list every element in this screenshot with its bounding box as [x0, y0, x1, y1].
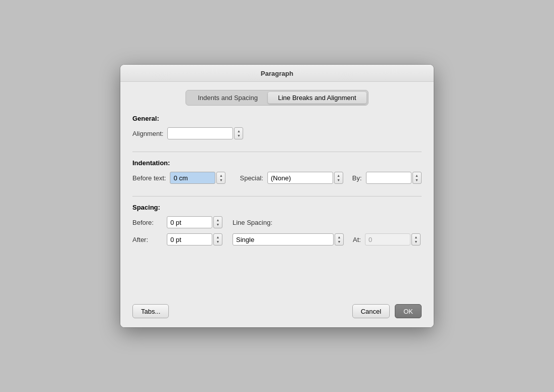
alignment-stepper-wrap: ▲ ▼ — [167, 127, 243, 139]
at-label: At: — [353, 236, 361, 243]
spacing-section: Spacing: Before: ▲ ▼ Line Spacing: After… — [132, 204, 422, 251]
general-label: General: — [132, 115, 422, 122]
footer-right: Cancel OK — [352, 304, 422, 318]
line-spacing-stepper[interactable]: ▲ ▼ — [335, 233, 344, 246]
before-input[interactable] — [167, 216, 212, 228]
at-stepper[interactable]: ▲ ▼ — [411, 233, 421, 246]
after-row: After: ▲ ▼ ▲ ▼ At: — [132, 233, 422, 246]
line-spacing-label: Line Spacing: — [233, 219, 272, 226]
tab-line-breaks-alignment[interactable]: Line Breaks and Alignment — [268, 92, 366, 104]
tabs-button[interactable]: Tabs... — [132, 304, 169, 318]
before-text-label: Before text: — [132, 174, 166, 182]
indentation-label: Indentation: — [132, 159, 422, 167]
before-text-stepper[interactable]: ▲ ▼ — [216, 172, 225, 184]
indentation-section: Indentation: Before text: ▲ ▼ Special: ▲… — [132, 159, 422, 189]
at-stepper-wrap: ▲ ▼ — [365, 233, 421, 246]
before-row: Before: ▲ ▼ Line Spacing: — [132, 216, 422, 228]
after-stepper-wrap: ▲ ▼ — [167, 233, 222, 246]
after-stepper[interactable]: ▲ ▼ — [213, 233, 222, 246]
dialog-title: Paragraph — [261, 70, 293, 77]
before-label: Before: — [132, 219, 163, 226]
by-label: By: — [352, 174, 362, 182]
before-text-stepper-wrap: ▲ ▼ — [170, 172, 225, 184]
by-input[interactable] — [366, 172, 411, 184]
cancel-button[interactable]: Cancel — [352, 304, 390, 318]
before-stepper[interactable]: ▲ ▼ — [213, 216, 222, 228]
before-stepper-wrap: ▲ ▼ — [167, 216, 222, 228]
alignment-label: Alignment: — [132, 130, 163, 137]
tab-indents-spacing[interactable]: Indents and Spacing — [188, 92, 268, 104]
paragraph-dialog: Paragraph Indents and Spacing Line Break… — [120, 65, 434, 327]
after-label: After: — [132, 236, 163, 243]
alignment-input[interactable] — [167, 127, 233, 139]
line-spacing-input[interactable] — [233, 233, 334, 246]
special-label: Special: — [240, 174, 263, 182]
at-input[interactable] — [365, 233, 410, 246]
alignment-row: Alignment: ▲ ▼ — [132, 127, 422, 139]
by-stepper-wrap: ▲ ▼ — [366, 172, 422, 184]
by-stepper[interactable]: ▲ ▼ — [412, 172, 422, 184]
alignment-stepper[interactable]: ▲ ▼ — [234, 127, 243, 139]
divider-1 — [132, 152, 422, 152]
dialog-body: Indents and Spacing Line Breaks and Alig… — [120, 82, 434, 297]
divider-2 — [132, 196, 422, 197]
tab-strip: Indents and Spacing Line Breaks and Alig… — [186, 90, 368, 106]
before-text-input[interactable] — [170, 172, 215, 184]
special-stepper-wrap: ▲ ▼ — [267, 172, 343, 184]
line-spacing-stepper-wrap: ▲ ▼ — [233, 233, 344, 246]
ok-button[interactable]: OK — [395, 304, 422, 318]
spacing-label: Spacing: — [132, 204, 422, 211]
dialog-title-bar: Paragraph — [120, 65, 434, 82]
after-input[interactable] — [167, 233, 212, 246]
general-section: General: Alignment: ▲ ▼ — [132, 115, 422, 144]
indentation-row: Before text: ▲ ▼ Special: ▲ ▼ By — [132, 172, 422, 184]
dialog-footer: Tabs... Cancel OK — [120, 297, 434, 327]
special-stepper[interactable]: ▲ ▼ — [334, 172, 343, 184]
special-input[interactable] — [267, 172, 333, 184]
